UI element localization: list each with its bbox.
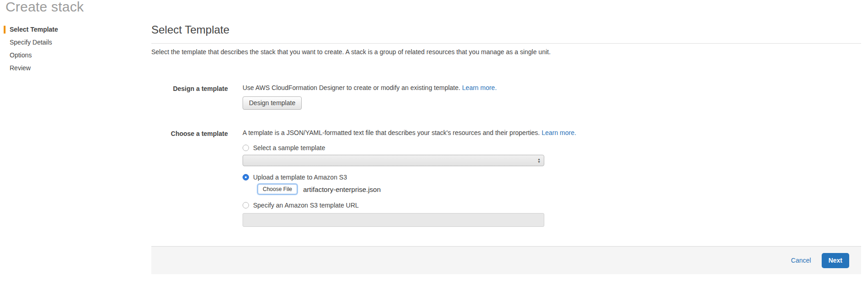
choose-template-content: A template is a JSON/YAML-formatted text…: [243, 129, 576, 227]
sidebar-item-review[interactable]: Review: [4, 64, 118, 72]
next-button[interactable]: Next: [822, 253, 849, 268]
choose-learn-more-link[interactable]: Learn more.: [542, 129, 576, 136]
upload-template-radio-label: Upload a template to Amazon S3: [253, 174, 347, 181]
sidebar-item-select-template[interactable]: Select Template: [4, 26, 118, 34]
design-template-text: Use AWS CloudFormation Designer to creat…: [243, 84, 460, 91]
stepper-down-arrow-icon: ▼: [537, 161, 541, 163]
wizard-footer: Cancel Next: [151, 246, 861, 274]
uploaded-file-name: artifactory-enterprise.json: [303, 186, 381, 193]
choose-file-button[interactable]: Choose File: [258, 184, 297, 194]
select-stepper-icon: ▲ ▼: [537, 158, 541, 163]
s3-url-radio-label: Specify an Amazon S3 template URL: [253, 202, 359, 209]
design-template-content: Use AWS CloudFormation Designer to creat…: [243, 84, 497, 110]
section-title: Select Template: [151, 23, 861, 37]
sample-template-radio-label: Select a sample template: [253, 144, 325, 152]
upload-template-radio[interactable]: [243, 174, 249, 180]
wizard-steps-sidebar: Select Template Specify Details Options …: [4, 26, 118, 77]
choose-template-intro: A template is a JSON/YAML-formatted text…: [243, 129, 576, 137]
design-template-intro: Use AWS CloudFormation Designer to creat…: [243, 84, 497, 92]
sidebar-item-specify-details[interactable]: Specify Details: [4, 39, 118, 46]
section-description: Select the template that describes the s…: [151, 48, 861, 56]
sample-template-select[interactable]: ▲ ▼: [243, 155, 544, 166]
create-stack-page: Create stack Select Template Specify Det…: [0, 0, 868, 298]
sidebar-item-options[interactable]: Options: [4, 51, 118, 59]
choose-template-text: A template is a JSON/YAML-formatted text…: [243, 129, 540, 136]
design-template-label: Design a template: [151, 84, 228, 92]
choose-template-label: Choose a template: [151, 129, 228, 137]
upload-template-option: Upload a template to Amazon S3: [243, 174, 576, 181]
section-divider: [151, 43, 861, 44]
sample-template-radio[interactable]: [243, 145, 249, 151]
s3-url-option: Specify an Amazon S3 template URL: [243, 202, 576, 209]
design-template-row: Design a template Use AWS CloudFormation…: [151, 84, 861, 110]
main-content: Select Template Select the template that…: [151, 23, 861, 227]
page-title: Create stack: [6, 0, 84, 15]
choose-template-row: Choose a template A template is a JSON/Y…: [151, 129, 861, 227]
s3-url-radio[interactable]: [243, 202, 249, 208]
sample-template-option: Select a sample template: [243, 144, 576, 152]
design-learn-more-link[interactable]: Learn more.: [462, 84, 497, 91]
cancel-link[interactable]: Cancel: [791, 257, 811, 264]
file-upload-row: Choose File artifactory-enterprise.json: [258, 184, 576, 194]
design-template-button[interactable]: Design template: [243, 96, 302, 110]
s3-url-input[interactable]: [243, 213, 544, 227]
